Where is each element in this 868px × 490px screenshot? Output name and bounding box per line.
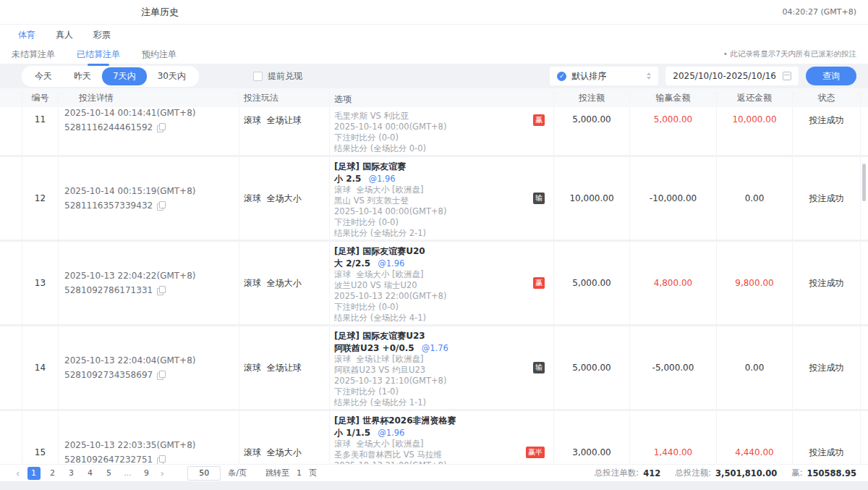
bet-amount: 5,000.00 bbox=[572, 278, 610, 288]
selection: 小 2.5 bbox=[334, 174, 361, 184]
category-tabs: 体育真人彩票 bbox=[0, 25, 868, 45]
scrollbar-thumb[interactable] bbox=[862, 164, 866, 201]
quick-filter-昨天[interactable]: 昨天 bbox=[63, 67, 102, 85]
page-button-1[interactable]: 1 bbox=[27, 467, 41, 480]
option-detail-line: 毛里求斯 VS 利比亚 bbox=[334, 111, 529, 122]
options-cell: [足球] 国际友谊赛U23阿联酋U23 +0/0.5@1.76滚球 全场让球 [… bbox=[329, 326, 553, 409]
result-badge: 赢 bbox=[533, 277, 545, 289]
table-row: 112025-10-14 00:14:41(GMT+8)528111624446… bbox=[0, 107, 868, 155]
bet-details-cell: 2025-10-14 00:14:41(GMT+8)52811162444615… bbox=[58, 107, 239, 155]
page-title: 注单历史 bbox=[141, 6, 179, 19]
bet-amount: 5,000.00 bbox=[572, 114, 610, 124]
page-button-2[interactable]: 2 bbox=[46, 467, 59, 480]
early-cashout-filter[interactable]: 提前兑现 bbox=[253, 70, 302, 83]
quick-filter-30天内[interactable]: 30天内 bbox=[147, 67, 197, 85]
bet-amount: 3,000.00 bbox=[572, 447, 610, 457]
winloss-amount: 5,000.00 bbox=[654, 114, 692, 124]
page-size-input[interactable] bbox=[187, 466, 221, 481]
options-cell: 毛里求斯 VS 利比亚2025-10-14 00:00(GMT+8)下注时比分 … bbox=[329, 107, 553, 155]
league-name: [足球] 国际友谊赛U23 bbox=[334, 330, 529, 342]
quick-filter-今天[interactable]: 今天 bbox=[24, 67, 63, 85]
settled-notice: • 此记录将显示7天内所有已派彩的投注 bbox=[723, 49, 856, 59]
footer-strip bbox=[0, 481, 868, 490]
options-cell: [足球] 国际友谊赛小 2.5@1.96滚球 全场大小 [欧洲盘]黑山 VS 列… bbox=[329, 157, 553, 240]
date-range-value: 2025/10/10-2025/10/16 bbox=[673, 71, 776, 81]
subtab-预约注单[interactable]: 预约注单 bbox=[140, 46, 178, 64]
total-orders-value: 412 bbox=[643, 468, 660, 478]
tab-彩票[interactable]: 彩票 bbox=[93, 29, 111, 41]
play-type: 滚球 全场让球 bbox=[239, 362, 302, 374]
server-time: 04:20:27 (GMT+8) bbox=[783, 7, 856, 17]
next-page-button[interactable]: › bbox=[156, 468, 169, 478]
jump-page-value[interactable]: 1 bbox=[297, 468, 302, 478]
bet-details-cell: 2025-10-13 22:03:35(GMT+8)52810926472327… bbox=[58, 411, 239, 464]
quick-filter-7天内[interactable]: 7天内 bbox=[102, 67, 147, 85]
status-text: 投注成功 bbox=[809, 114, 844, 127]
total-win-value: 150588.95 bbox=[807, 468, 856, 478]
copy-icon[interactable] bbox=[157, 286, 165, 295]
pick-line: 小 1/1.5@1.96 bbox=[334, 426, 529, 439]
copy-icon[interactable] bbox=[157, 123, 165, 132]
table-row: 142025-10-13 22:04:04(GMT+8)528109273435… bbox=[0, 326, 868, 409]
play-type-cell: 滚球 全场大小 bbox=[239, 242, 329, 324]
refund-amount-cell: 4,440.00 bbox=[716, 411, 792, 464]
odds: @1.76 bbox=[422, 343, 448, 353]
bet-time: 2025-10-13 22:04:22(GMT+8) bbox=[64, 269, 195, 283]
tab-体育[interactable]: 体育 bbox=[18, 29, 35, 41]
page-button-9[interactable]: 9 bbox=[140, 467, 153, 480]
column-header: 状态 bbox=[792, 92, 861, 104]
subtab-未结算注单[interactable]: 未结算注单 bbox=[10, 46, 56, 64]
odds: @1.96 bbox=[378, 258, 404, 269]
date-range-picker[interactable]: 2025/10/10-2025/10/16 bbox=[665, 67, 799, 85]
early-cashout-checkbox[interactable] bbox=[253, 72, 263, 81]
bet-amount: 5,000.00 bbox=[572, 363, 610, 373]
pick-line: 大 2/2.5@1.96 bbox=[334, 257, 529, 269]
order-number: 5281092647232751 bbox=[64, 452, 153, 464]
copy-icon[interactable] bbox=[157, 371, 165, 379]
page-button-3[interactable]: 3 bbox=[65, 467, 78, 480]
bet-amount: 10,000.00 bbox=[569, 193, 613, 203]
order-index: 12 bbox=[35, 193, 46, 203]
selection: 小 1/1.5 bbox=[334, 428, 370, 438]
bet-details: 2025-10-13 22:03:35(GMT+8)52810926472327… bbox=[59, 438, 195, 464]
bet-amount-cell: 3,000.00 bbox=[553, 411, 629, 464]
option-detail-line: 阿联酋U23 VS 约旦U23 bbox=[334, 365, 529, 376]
tab-真人[interactable]: 真人 bbox=[56, 29, 73, 41]
bet-details: 2025-10-14 00:15:19(GMT+8)52811163573394… bbox=[59, 184, 195, 213]
bet-details: 2025-10-13 22:04:22(GMT+8)52810927861713… bbox=[59, 269, 195, 297]
search-button[interactable]: 查询 bbox=[806, 67, 856, 85]
bet-time: 2025-10-14 00:15:19(GMT+8) bbox=[64, 184, 195, 198]
sort-select-value: 默认排序 bbox=[571, 70, 606, 83]
column-header: 投注详情 bbox=[58, 92, 239, 104]
order-index-cell: 14 bbox=[22, 326, 58, 409]
status-subtabs: 未结算注单已结算注单预约注单• 此记录将显示7天内所有已派彩的投注 bbox=[0, 45, 868, 64]
winloss-amount: 1,440.00 bbox=[654, 447, 692, 457]
column-header: 选项 bbox=[329, 90, 553, 106]
order-index-cell: 15 bbox=[22, 411, 58, 464]
order-index: 11 bbox=[35, 114, 46, 124]
page-button-5[interactable]: 5 bbox=[103, 467, 116, 480]
bet-time: 2025-10-14 00:14:41(GMT+8) bbox=[64, 107, 195, 120]
column-header: 投注玩法 bbox=[239, 92, 329, 104]
page-button-4[interactable]: 4 bbox=[84, 467, 97, 480]
order-number-line: 5281116244461592 bbox=[64, 120, 195, 135]
bet-details: 2025-10-14 00:14:41(GMT+8)52811162444615… bbox=[59, 107, 195, 135]
option-detail-line: 2025-10-13 22:00(GMT+8) bbox=[334, 291, 529, 302]
refund-amount-cell: 10,000.00 bbox=[716, 107, 792, 155]
prev-page-button[interactable]: ‹ bbox=[12, 468, 25, 478]
winloss-amount-cell: -5,000.00 bbox=[629, 326, 716, 409]
refund-amount-cell: 0.00 bbox=[716, 157, 792, 240]
filter-bar: 今天昨天7天内30天内 提前兑现 ✓ 默认排序 2025/10/10-2025/… bbox=[0, 64, 868, 88]
totals-summary: 总投注单数: 412 总投注额: 3,501,810.00 赢: 150588.… bbox=[584, 468, 856, 478]
subtab-已结算注单[interactable]: 已结算注单 bbox=[75, 46, 122, 64]
refund-amount: 10,000.00 bbox=[732, 114, 776, 124]
status-cell: 投注成功 bbox=[792, 411, 861, 464]
sort-select[interactable]: ✓ 默认排序 bbox=[550, 67, 658, 85]
copy-icon[interactable] bbox=[157, 201, 165, 210]
per-page-label: 条/页 bbox=[228, 468, 247, 478]
option-detail-line: 下注时比分 (0-0) bbox=[334, 132, 529, 143]
league-name: [足球] 国际友谊赛U20 bbox=[334, 245, 529, 257]
order-number: 5281092734358697 bbox=[64, 368, 153, 382]
copy-icon[interactable] bbox=[157, 455, 165, 464]
option-detail-line: 下注时比分 (0-0) bbox=[334, 217, 529, 228]
